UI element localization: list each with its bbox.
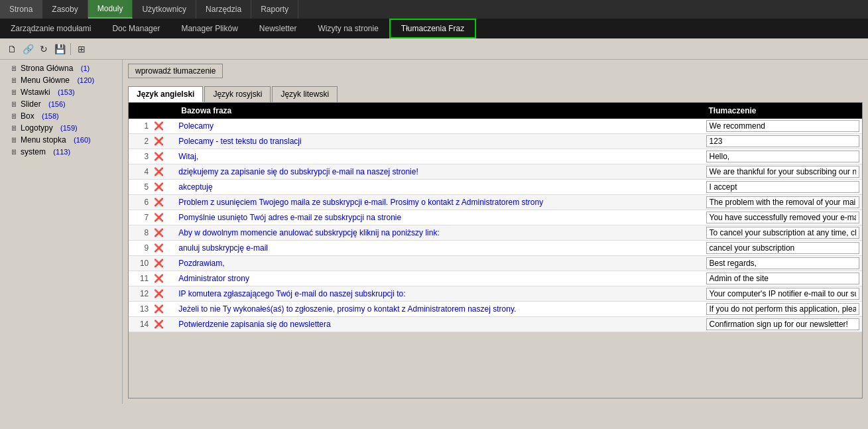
sidebar-item-slider[interactable]: 🗏 Slider (156) bbox=[0, 98, 122, 110]
save-icon[interactable]: 💾 bbox=[53, 42, 66, 56]
phrase-cell[interactable]: Witaj, bbox=[176, 149, 703, 164]
tab-lithuanian[interactable]: Język litewski bbox=[272, 86, 338, 102]
translation-cell bbox=[704, 134, 862, 149]
table-row: 12 ❌ IP komutera zgłaszającego Twój e-ma… bbox=[129, 286, 862, 302]
nav-wizyty[interactable]: Wizyty na stronie bbox=[308, 19, 389, 38]
page-icon: 🗏 bbox=[11, 136, 18, 144]
page-icon: 🗏 bbox=[11, 124, 18, 132]
phrase-cell[interactable]: Problem z usunięciem Twojego maila ze su… bbox=[176, 195, 703, 210]
table-row: 7 ❌ Pomyślnie usunięto Twój adres e-mail… bbox=[129, 210, 862, 225]
nav-tlumaczenia[interactable]: Tłumaczenia Fraz bbox=[389, 19, 476, 38]
translation-cell bbox=[704, 317, 862, 332]
phrase-cell[interactable]: Potwierdzenie zapisania się do newslette… bbox=[176, 317, 703, 332]
delete-icon[interactable]: ❌ bbox=[151, 119, 176, 134]
phrase-cell[interactable]: Aby w dowolnym momencie anulować subskry… bbox=[176, 225, 703, 241]
translation-input[interactable] bbox=[706, 196, 859, 208]
row-number: 13 bbox=[129, 302, 151, 317]
table-row: 3 ❌ Witaj, bbox=[129, 149, 862, 164]
phrase-cell[interactable]: anuluj subskrypcję e-mail bbox=[176, 241, 703, 256]
nav-zasoby[interactable]: Zasoby bbox=[42, 0, 88, 19]
translation-input[interactable] bbox=[706, 166, 859, 178]
phrase-cell[interactable]: Jeżeli to nie Ty wykonałeś(aś) to zgłosz… bbox=[176, 302, 703, 317]
sidebar-item-menu-stopka[interactable]: 🗏 Menu stopka (160) bbox=[0, 134, 122, 146]
new-icon[interactable]: 🗋 bbox=[5, 42, 19, 56]
translation-input[interactable] bbox=[706, 151, 859, 162]
delete-icon[interactable]: ❌ bbox=[151, 210, 176, 225]
table-row: 5 ❌ akceptuję bbox=[129, 180, 862, 195]
expand-icon[interactable]: ⊞ bbox=[75, 42, 88, 56]
phrase-cell[interactable]: akceptuję bbox=[176, 180, 703, 195]
delete-icon[interactable]: ❌ bbox=[151, 241, 176, 256]
delete-icon[interactable]: ❌ bbox=[151, 225, 176, 241]
sidebar-item-strona-glowna[interactable]: 🗏 Strona Główna (1) bbox=[0, 62, 122, 74]
nav-zarzadzanie[interactable]: Zarządzanie modułami bbox=[0, 19, 101, 38]
row-number: 8 bbox=[129, 225, 151, 241]
delete-icon[interactable]: ❌ bbox=[151, 180, 176, 195]
nav-docmanager[interactable]: Doc Manager bbox=[101, 19, 170, 38]
delete-icon[interactable]: ❌ bbox=[151, 271, 176, 286]
translation-input[interactable] bbox=[706, 135, 859, 147]
translation-input[interactable] bbox=[706, 257, 859, 269]
link-icon[interactable]: 🔗 bbox=[21, 42, 34, 56]
translation-input[interactable] bbox=[706, 273, 859, 284]
table-row: 9 ❌ anuluj subskrypcję e-mail bbox=[129, 241, 862, 256]
page-icon: 🗏 bbox=[11, 148, 18, 156]
page-icon: 🗏 bbox=[11, 76, 18, 84]
nav-strona[interactable]: Strona bbox=[0, 0, 42, 19]
translation-input[interactable] bbox=[706, 212, 859, 223]
translation-input[interactable] bbox=[706, 303, 859, 315]
translation-input[interactable] bbox=[706, 227, 859, 239]
translation-input[interactable] bbox=[706, 242, 859, 254]
nav-managerpl[interactable]: Manager Plików bbox=[170, 19, 248, 38]
row-number: 2 bbox=[129, 134, 151, 149]
translations-table: Bazowa fraza Tłumaczenie 1 ❌ Polecamy 2 … bbox=[129, 103, 862, 332]
phrase-cell[interactable]: dziękujemy za zapisanie się do subskrypc… bbox=[176, 164, 703, 180]
delete-icon[interactable]: ❌ bbox=[151, 317, 176, 332]
table-row: 8 ❌ Aby w dowolnym momencie anulować sub… bbox=[129, 225, 862, 241]
tab-english[interactable]: Język angielski bbox=[128, 86, 203, 102]
main-layout: 🗏 Strona Główna (1) 🗏 Menu Główne (120) … bbox=[0, 60, 868, 404]
sidebar-item-logotypy[interactable]: 🗏 Logotypy (159) bbox=[0, 122, 122, 134]
phrase-cell[interactable]: Pozdrawiam, bbox=[176, 256, 703, 271]
nav-newsletter[interactable]: Newsletter bbox=[249, 19, 308, 38]
sidebar: 🗏 Strona Główna (1) 🗏 Menu Główne (120) … bbox=[0, 60, 123, 404]
translation-cell bbox=[704, 164, 862, 180]
sidebar-label: Strona Główna bbox=[21, 64, 73, 73]
sidebar-item-wstawki[interactable]: 🗏 Wstawki (153) bbox=[0, 86, 122, 98]
refresh-icon[interactable]: ↻ bbox=[37, 42, 50, 56]
delete-icon[interactable]: ❌ bbox=[151, 134, 176, 149]
content-area: wprowadź tłumaczenie Język angielski Jęz… bbox=[123, 60, 868, 404]
toolbar: 🗋 🔗 ↻ 💾 ⊞ bbox=[0, 38, 868, 60]
add-translation-button[interactable]: wprowadź tłumaczenie bbox=[128, 64, 223, 78]
sidebar-item-system[interactable]: 🗏 system (113) bbox=[0, 146, 122, 158]
sidebar-item-menu-glowne[interactable]: 🗏 Menu Główne (120) bbox=[0, 74, 122, 86]
row-number: 14 bbox=[129, 317, 151, 332]
translation-input[interactable] bbox=[706, 318, 859, 330]
tab-russian[interactable]: Język rosyjski bbox=[204, 86, 271, 102]
translation-input[interactable] bbox=[706, 288, 859, 300]
phrase-cell[interactable]: Administrator strony bbox=[176, 271, 703, 286]
table-row: 1 ❌ Polecamy bbox=[129, 119, 862, 134]
nav-uzytkownicy[interactable]: Użytkownicy bbox=[133, 0, 196, 19]
translation-cell bbox=[704, 119, 862, 134]
nav-raporty[interactable]: Raporty bbox=[251, 0, 298, 19]
delete-icon[interactable]: ❌ bbox=[151, 286, 176, 302]
sidebar-item-box[interactable]: 🗏 Box (158) bbox=[0, 110, 122, 122]
phrase-cell[interactable]: IP komutera zgłaszającego Twój e-mail do… bbox=[176, 286, 703, 302]
translation-cell bbox=[704, 271, 862, 286]
translation-cell bbox=[704, 225, 862, 241]
delete-icon[interactable]: ❌ bbox=[151, 302, 176, 317]
phrase-cell[interactable]: Polecamy bbox=[176, 119, 703, 134]
phrase-cell[interactable]: Polecamy - test tekstu do translacji bbox=[176, 134, 703, 149]
nav-narzedzia[interactable]: Narzędzia bbox=[196, 0, 251, 19]
translation-input[interactable] bbox=[706, 181, 859, 193]
phrase-cell[interactable]: Pomyślnie usunięto Twój adres e-mail ze … bbox=[176, 210, 703, 225]
sidebar-label: Wstawki bbox=[21, 88, 50, 97]
delete-icon[interactable]: ❌ bbox=[151, 164, 176, 180]
delete-icon[interactable]: ❌ bbox=[151, 195, 176, 210]
delete-icon[interactable]: ❌ bbox=[151, 256, 176, 271]
translation-input[interactable] bbox=[706, 120, 859, 132]
nav-moduly[interactable]: Moduły bbox=[88, 0, 133, 19]
delete-icon[interactable]: ❌ bbox=[151, 149, 176, 164]
toolbar-separator bbox=[70, 43, 71, 55]
